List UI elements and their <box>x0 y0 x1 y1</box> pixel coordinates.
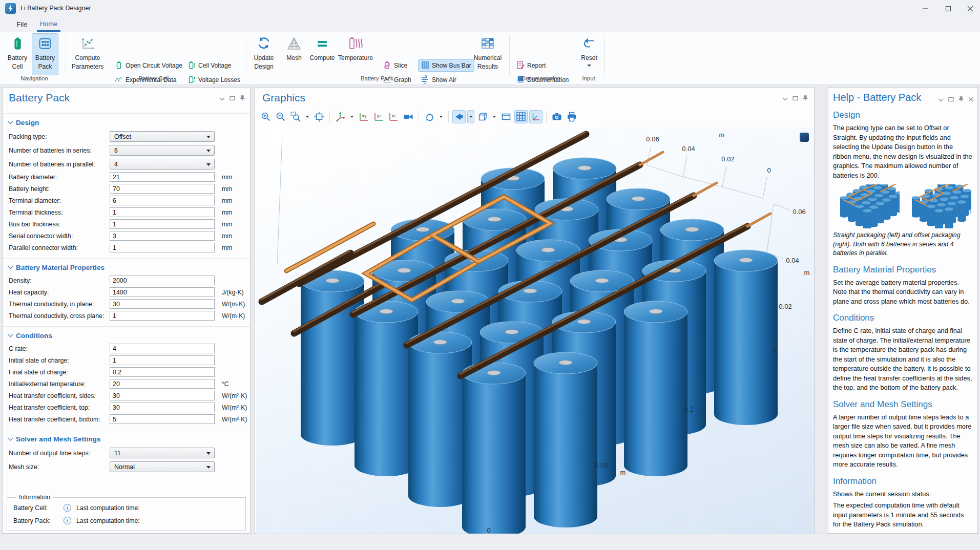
orientation-dropdown-chevron[interactable] <box>348 110 356 123</box>
show-bus-bar-toggle[interactable]: Show Bus Bar <box>418 59 474 72</box>
zoom-box-dropdown-chevron[interactable] <box>304 110 311 123</box>
pin-icon[interactable] <box>803 94 808 103</box>
scene-light-icon[interactable] <box>452 110 466 123</box>
view-options-dropdown-chevron[interactable] <box>491 110 498 123</box>
section-conditions[interactable]: Conditions <box>9 332 250 340</box>
graphics-toolbar: xy yz xz <box>259 109 578 124</box>
slice-button[interactable]: Slice <box>380 59 410 72</box>
show-axes-icon[interactable] <box>529 110 543 123</box>
orientation-axes-icon[interactable] <box>333 110 347 123</box>
show-grid-icon[interactable] <box>514 110 528 123</box>
update-design-button[interactable]: Update Design <box>249 33 279 75</box>
zoom-box-icon[interactable] <box>289 110 302 123</box>
show-air-toggle[interactable]: Show Air <box>418 74 460 86</box>
battery-cell-nav-button[interactable]: Battery Cell <box>4 33 31 75</box>
help-panel-header-icons <box>938 95 973 104</box>
terminal-diameter-input[interactable] <box>110 196 215 205</box>
field-row: Terminal diameter:mm <box>3 195 250 206</box>
float-icon[interactable] <box>948 95 954 104</box>
view-yz-icon[interactable]: yz <box>372 110 385 123</box>
pin-icon[interactable] <box>240 94 245 103</box>
collapse-icon[interactable] <box>782 94 788 103</box>
float-icon[interactable] <box>793 94 798 103</box>
reset-icon <box>582 36 596 53</box>
numerical-results-icon <box>481 36 495 53</box>
serial-connector-width-input[interactable] <box>110 231 215 241</box>
dropdown-arrow-icon <box>206 163 211 166</box>
output-time-steps-dropdown[interactable]: 11 <box>110 448 215 458</box>
mesh-size-dropdown[interactable]: Normal <box>110 461 215 472</box>
battery-pack-icon <box>38 36 52 53</box>
snapshot-camera-icon[interactable] <box>550 110 564 123</box>
collapse-icon[interactable] <box>938 95 944 104</box>
mesh-button[interactable]: Mesh <box>282 33 306 75</box>
cell-voltage-button[interactable]: Cell Voltage <box>184 59 235 72</box>
scene-light-dropdown-chevron[interactable] <box>467 110 474 123</box>
temperature-button[interactable]: Temperature <box>337 33 374 75</box>
collapse-icon[interactable] <box>219 94 225 103</box>
thermal-conductivity-in-plane-input[interactable] <box>110 299 215 309</box>
graphics-overlay-icon[interactable] <box>800 133 809 142</box>
view-options-cube-icon[interactable] <box>476 110 489 123</box>
heat-transfer-sides-input[interactable] <box>110 391 215 400</box>
rotate-dropdown-chevron[interactable] <box>437 110 445 123</box>
close-button[interactable] <box>958 0 980 17</box>
pin-icon[interactable] <box>958 95 964 104</box>
view-xy-icon[interactable]: xy <box>357 110 370 123</box>
reset-dropdown-chevron[interactable] <box>587 65 591 67</box>
packing-type-dropdown[interactable]: Offset <box>110 131 215 142</box>
batteries-in-parallel-dropdown[interactable]: 4 <box>110 159 215 170</box>
info-icon[interactable]: i <box>64 517 71 524</box>
battery-height-input[interactable] <box>110 184 215 194</box>
info-icon[interactable]: i <box>64 504 71 512</box>
section-design[interactable]: Design <box>9 119 250 126</box>
x-axis-tick: 0 <box>487 526 490 534</box>
battery-diameter-input[interactable] <box>110 172 215 182</box>
z-axis-tick: 0.04 <box>786 257 799 264</box>
parallel-connector-width-input[interactable] <box>110 243 215 252</box>
print-icon[interactable] <box>565 110 578 123</box>
graphics-3d-view[interactable]: 0.06 0.04 0.02 0 m 0.06 0.04 m 0.02 0 0.… <box>256 128 814 534</box>
section-solver-and-mesh-settings[interactable]: Solver and Mesh Settings <box>9 435 250 443</box>
zoom-out-icon[interactable] <box>274 110 287 123</box>
thermal-conductivity-cross-plane-input[interactable] <box>110 311 215 321</box>
numerical-results-button[interactable]: Numerical Results <box>469 33 506 75</box>
zoom-extents-icon[interactable] <box>312 110 326 123</box>
bus-bar-thickness-input[interactable] <box>110 219 215 229</box>
compute-button[interactable]: Compute <box>308 33 336 75</box>
report-button[interactable]: Report <box>513 59 549 72</box>
heat-capacity-input[interactable] <box>110 287 215 297</box>
close-panel-icon[interactable] <box>968 95 973 104</box>
field-row: Heat capacity:J/(kg·K) <box>3 286 250 298</box>
zoom-in-icon[interactable] <box>259 110 273 123</box>
battery-pack-nav-button[interactable]: Battery Pack <box>32 33 58 75</box>
svg-text:xz: xz <box>392 113 397 118</box>
heat-transfer-top-input[interactable] <box>110 403 215 412</box>
reset-button[interactable]: Reset <box>576 33 602 75</box>
density-input[interactable] <box>110 276 215 285</box>
heat-transfer-bottom-input[interactable] <box>110 414 215 424</box>
float-icon[interactable] <box>230 94 235 103</box>
tab-file[interactable]: File <box>12 17 32 32</box>
show-frame-icon[interactable] <box>499 110 513 123</box>
tab-home[interactable]: Home <box>37 17 60 32</box>
section-battery-material-properties[interactable]: Battery Material Properties <box>9 264 250 271</box>
c-rate-input[interactable] <box>110 344 215 353</box>
batteries-in-series-dropdown[interactable]: 6 <box>110 145 215 156</box>
svg-text:xy: xy <box>362 113 367 118</box>
final-state-of-charge-input[interactable] <box>110 367 215 377</box>
rotate-icon[interactable] <box>423 110 436 123</box>
field-row: Thermal conductivity, cross plane:W/(m·K… <box>3 310 250 322</box>
initial-external-temperature-input[interactable] <box>110 379 215 389</box>
compute-parameters-button[interactable]: Compute Parameters <box>69 33 107 75</box>
graphics-panel: Graphics xy yz xz <box>255 87 815 534</box>
settings-panel-header-icons <box>219 94 245 103</box>
maximize-button[interactable] <box>936 0 960 17</box>
camera-projection-icon[interactable] <box>402 110 415 123</box>
terminal-thickness-input[interactable] <box>110 207 215 217</box>
view-xz-icon[interactable]: xz <box>387 110 400 123</box>
straight-pack-image <box>833 184 900 228</box>
minimize-button[interactable] <box>913 0 936 17</box>
initial-state-of-charge-input[interactable] <box>110 355 215 365</box>
open-circuit-voltage-button[interactable]: Open Circuit Voltage <box>112 59 185 72</box>
